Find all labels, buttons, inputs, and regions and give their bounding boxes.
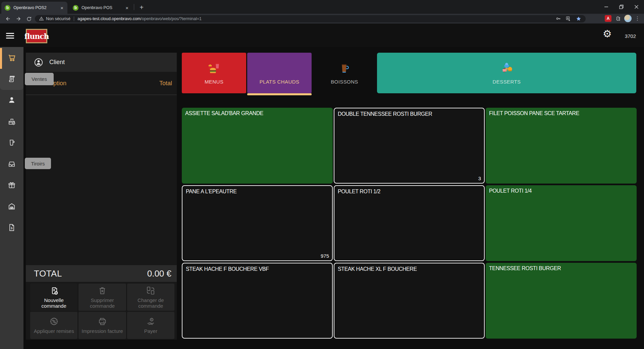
drawer-icon[interactable] bbox=[7, 159, 16, 168]
product-name: ASSIETTE SALAD'BAR GRANDE bbox=[185, 110, 263, 116]
brand-text: flunch bbox=[24, 32, 49, 41]
tab-close-icon[interactable]: × bbox=[60, 5, 64, 11]
menus-icon bbox=[208, 61, 220, 74]
product-name: DOUBLE TENNESSEE ROSTI BURGER bbox=[338, 111, 432, 117]
product-badge: 3 bbox=[478, 176, 481, 181]
browser-toolbar: Non sécurisé agapes-test.cloud.openbravo… bbox=[0, 14, 644, 23]
settings-gear-icon[interactable]: ⚙ bbox=[603, 28, 612, 40]
forward-button[interactable] bbox=[14, 15, 22, 23]
openbravo-favicon: b bbox=[73, 5, 78, 11]
cash-register-icon[interactable] bbox=[7, 117, 16, 126]
product-tile[interactable]: STEAK HACHE F BOUCHERE VBF bbox=[182, 263, 333, 339]
active-tab-indicator bbox=[0, 48, 2, 69]
screen: b Openbravo POS2 × b Openbravo POS × + bbox=[0, 0, 644, 349]
browser-tabstrip: b Openbravo POS2 × b Openbravo POS × + bbox=[0, 0, 644, 14]
category-desserts[interactable]: DESSERTS bbox=[377, 53, 636, 93]
translate-icon[interactable] bbox=[566, 16, 571, 21]
product-name: POULET ROTI 1/2 bbox=[338, 189, 380, 194]
url-path: /openbravo/web/pos/?terminal=1 bbox=[141, 16, 202, 21]
cart-icon[interactable] bbox=[7, 53, 16, 62]
new-order-label: Nouvelle commande bbox=[32, 297, 76, 309]
tab-divider bbox=[134, 4, 134, 10]
profile-avatar[interactable] bbox=[624, 15, 632, 22]
total-label: TOTAL bbox=[34, 268, 62, 279]
boissons-icon bbox=[339, 61, 350, 74]
order-actions: Nouvelle commande Supprimer commande Cha… bbox=[30, 284, 174, 339]
apply-discounts-label: Appliquer remises bbox=[34, 328, 74, 334]
url-bar[interactable]: Non sécurisé agapes-test.cloud.openbravo… bbox=[35, 15, 586, 22]
category-label: PLATS CHAUDS bbox=[260, 79, 300, 85]
tab-title: Openbravo POS2 bbox=[13, 5, 57, 10]
product-name: FILET POISSON PANE SCE TARTARE bbox=[489, 110, 579, 116]
browser-menu-icon[interactable]: ⋮ bbox=[635, 15, 640, 21]
product-tile[interactable]: ASSIETTE SALAD'BAR GRANDE bbox=[182, 108, 333, 184]
svg-text:€: € bbox=[151, 318, 153, 321]
desserts-icon bbox=[500, 61, 513, 74]
restore-button[interactable] bbox=[614, 0, 629, 14]
delete-order-button[interactable]: Supprimer commande bbox=[78, 284, 126, 311]
cash-document-icon[interactable]: $ bbox=[7, 223, 16, 232]
url-host: agapes-test.cloud.openbravo.com bbox=[77, 16, 141, 21]
security-label: Non sécurisé bbox=[46, 16, 70, 21]
category-plats-chauds[interactable]: PLATS CHAUDS bbox=[247, 53, 312, 93]
client-header[interactable]: Client bbox=[26, 53, 177, 72]
minimize-button[interactable] bbox=[599, 0, 614, 14]
selected-category-underline bbox=[247, 93, 312, 95]
product-name: TENNESSEE ROSTI BURGER bbox=[489, 265, 561, 271]
change-order-icon bbox=[146, 286, 156, 296]
terminal-number: 3702 bbox=[625, 33, 636, 39]
product-tile[interactable]: POULET ROTI 1/2 bbox=[334, 185, 485, 261]
extensions-puzzle-icon[interactable] bbox=[615, 15, 621, 21]
product-name: STEAK HACHE XL F BOUCHERE bbox=[338, 266, 417, 272]
reload-button[interactable] bbox=[25, 15, 33, 23]
delete-order-label: Supprimer commande bbox=[80, 297, 124, 309]
product-tile[interactable]: PANE A L'EPEAUTRE975 bbox=[182, 185, 333, 261]
category-boissons[interactable]: BOISSONS bbox=[313, 53, 376, 93]
product-tile[interactable]: DOUBLE TENNESSEE ROSTI BURGER3 bbox=[334, 108, 485, 184]
category-label: BOISSONS bbox=[331, 79, 358, 85]
adobe-acrobat-icon[interactable]: A bbox=[605, 15, 611, 22]
app-header: flunch ⚙ 3702 bbox=[0, 23, 644, 47]
openbravo-favicon: b bbox=[5, 5, 10, 11]
tooltip-tiroirs: Tiroirs bbox=[25, 158, 51, 169]
apply-discounts-icon bbox=[49, 316, 59, 327]
url-divider bbox=[74, 16, 74, 21]
bookmark-star-icon[interactable] bbox=[576, 16, 582, 22]
flunch-logo: flunch bbox=[26, 29, 47, 43]
key-icon[interactable] bbox=[555, 16, 561, 21]
customer-icon[interactable] bbox=[7, 96, 16, 104]
back-button[interactable] bbox=[4, 15, 12, 23]
new-order-icon bbox=[49, 286, 59, 296]
new-tab-button[interactable]: + bbox=[137, 3, 146, 12]
close-window-button[interactable] bbox=[629, 0, 644, 14]
apply-discounts-button[interactable]: Appliquer remises bbox=[30, 312, 77, 339]
tooltip-ventes: Ventes bbox=[25, 73, 54, 85]
receipt-icon[interactable] bbox=[7, 74, 16, 83]
category-label: DESSERTS bbox=[493, 79, 521, 85]
new-order-button[interactable]: Nouvelle commande bbox=[30, 284, 77, 311]
product-tile[interactable]: TENNESSEE ROSTI BURGER bbox=[486, 263, 637, 339]
order-panel: Client Description Total TOTAL 0.00 € No… bbox=[26, 53, 177, 340]
total-value: 0.00 € bbox=[147, 268, 171, 279]
product-tile[interactable]: POULET ROTI 1/4 bbox=[486, 185, 637, 261]
product-name: STEAK HACHE F BOUCHERE VBF bbox=[186, 266, 269, 272]
browser-tab-pos[interactable]: b Openbravo POS × bbox=[69, 2, 132, 14]
gift-icon[interactable] bbox=[7, 181, 16, 190]
print-invoice-button[interactable]: Impression facture bbox=[78, 312, 126, 339]
pay-label: Payer bbox=[144, 328, 157, 334]
drink-icon[interactable] bbox=[7, 138, 16, 147]
client-label: Client bbox=[49, 59, 65, 66]
change-order-button[interactable]: Changer de commande bbox=[127, 284, 174, 311]
pay-button[interactable]: € Payer bbox=[127, 312, 174, 339]
menu-hamburger-icon[interactable] bbox=[6, 33, 14, 39]
warehouse-icon[interactable] bbox=[7, 202, 16, 211]
order-total-row: TOTAL 0.00 € bbox=[26, 265, 177, 282]
window-controls bbox=[599, 0, 644, 14]
product-badge: 975 bbox=[321, 253, 329, 259]
browser-tab-pos2[interactable]: b Openbravo POS2 × bbox=[1, 2, 67, 14]
category-menus[interactable]: MENUS bbox=[182, 53, 246, 93]
product-tile[interactable]: STEAK HACHE XL F BOUCHERE bbox=[334, 263, 485, 339]
tab-close-icon[interactable]: × bbox=[125, 5, 129, 11]
app-sidebar: $ bbox=[0, 47, 23, 349]
product-tile[interactable]: FILET POISSON PANE SCE TARTARE bbox=[486, 108, 637, 184]
